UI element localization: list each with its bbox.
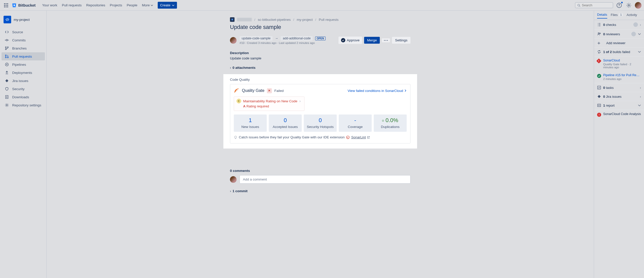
jira-icon bbox=[5, 78, 9, 83]
sidebar-item-source[interactable]: Source bbox=[2, 28, 45, 36]
attachments-toggle[interactable]: › 0 attachments bbox=[230, 66, 410, 70]
svg-rect-35 bbox=[598, 86, 601, 89]
branch-icon bbox=[5, 46, 9, 51]
bitbucket-icon bbox=[12, 3, 17, 8]
checks-row[interactable]: 0 checks › bbox=[594, 20, 644, 29]
app-switcher-icon[interactable] bbox=[3, 2, 10, 9]
metric-accepted-issues[interactable]: 0Accepted Issues bbox=[269, 115, 302, 132]
chevron-down-icon bbox=[172, 4, 174, 7]
svg-rect-1 bbox=[6, 3, 7, 4]
tab-details[interactable]: Details bbox=[597, 13, 607, 19]
comment-input[interactable]: Add a comment bbox=[240, 175, 410, 184]
placeholder-avatar bbox=[631, 32, 636, 36]
condition-name: Maintainability Rating on New Code bbox=[243, 99, 297, 103]
svg-point-22 bbox=[7, 57, 8, 58]
chevron-right-icon: › bbox=[640, 23, 641, 27]
settings-icon[interactable] bbox=[625, 2, 632, 9]
sidebar-item-commits[interactable]: Commits bbox=[2, 36, 45, 44]
sidebar-item-deployments[interactable]: Deployments bbox=[2, 69, 45, 77]
svg-rect-4 bbox=[6, 5, 7, 6]
deploy-icon bbox=[5, 70, 9, 75]
sidebar-item-downloads[interactable]: Downloads bbox=[2, 93, 45, 101]
metric-security-hotspots[interactable]: 0Security Hotspots bbox=[304, 115, 337, 132]
chevron-down-icon bbox=[638, 50, 641, 53]
view-conditions-link[interactable]: View failed conditions in SonarCloud bbox=[348, 89, 407, 93]
workspace-name-redacted bbox=[237, 18, 252, 21]
target-branch-chip[interactable]: add-additional-code bbox=[281, 36, 313, 41]
required-text: Rating required bbox=[246, 104, 269, 108]
nav-pull-requests[interactable]: Pull requests bbox=[62, 3, 82, 7]
metric-new-issues[interactable]: 1New Issues bbox=[234, 115, 267, 132]
metric-duplications[interactable]: 0.0%Duplications bbox=[374, 115, 407, 132]
chevron-right-icon: › bbox=[230, 189, 231, 193]
grade-badge: C bbox=[237, 99, 241, 103]
add-reviewer-row[interactable]: Add reviewer bbox=[594, 39, 644, 47]
metric-coverage[interactable]: -Coverage bbox=[339, 115, 372, 132]
more-actions-button[interactable] bbox=[382, 38, 390, 42]
svg-point-24 bbox=[6, 64, 7, 65]
check-circle-icon bbox=[341, 38, 345, 42]
tasks-row[interactable]: 0 tasks › bbox=[594, 83, 644, 92]
failed-condition-card[interactable]: C Maintainability Rating on New Code › A… bbox=[234, 96, 305, 111]
commits-toggle[interactable]: › 1 commit bbox=[230, 189, 410, 193]
sidebar-item-pull-requests[interactable]: Pull requests bbox=[2, 52, 45, 60]
jira-row[interactable]: 0 Jira issues › bbox=[594, 92, 644, 101]
sidebar-item-security[interactable]: Security bbox=[2, 85, 45, 93]
commenter-avatar[interactable] bbox=[230, 176, 237, 183]
svg-point-17 bbox=[5, 47, 6, 48]
tab-files[interactable]: Files 1 bbox=[611, 13, 623, 18]
pr-icon bbox=[5, 54, 9, 59]
search-icon bbox=[577, 4, 580, 7]
sonar-icon bbox=[234, 88, 239, 93]
sidebar-item-branches[interactable]: Branches bbox=[2, 44, 45, 52]
code-icon bbox=[5, 30, 9, 34]
project-chip[interactable]: my-project bbox=[2, 14, 45, 25]
quality-gate-card: Quality Gate ✕ Failed View failed condit… bbox=[230, 84, 410, 143]
pr-state-badge: OPEN bbox=[315, 37, 325, 40]
product-logo[interactable]: Bitbucket bbox=[12, 3, 35, 8]
tab-activity[interactable]: Activity bbox=[627, 13, 637, 18]
fail-diamond-icon: ! bbox=[596, 58, 601, 63]
svg-point-30 bbox=[387, 40, 388, 41]
reviewers-row[interactable]: 0 reviewers bbox=[594, 29, 644, 39]
merge-button[interactable]: Merge bbox=[364, 37, 380, 44]
source-branch-chip[interactable]: update-code-sample bbox=[240, 36, 273, 41]
bc-section[interactable]: Pull requests bbox=[319, 18, 338, 22]
placeholder-avatar bbox=[633, 22, 638, 27]
jira-icon bbox=[597, 94, 601, 99]
author-avatar[interactable] bbox=[230, 37, 237, 44]
build-item-fail[interactable]: ! SonarCloud Quality Gate failed · 2 min… bbox=[594, 56, 644, 71]
pr-settings-button[interactable]: Settings bbox=[392, 37, 410, 44]
create-button[interactable]: Create bbox=[158, 2, 177, 9]
approve-button[interactable]: Approve bbox=[338, 37, 362, 44]
search-field[interactable] bbox=[582, 3, 611, 7]
reports-row[interactable]: 1 report bbox=[594, 101, 644, 110]
bc-project[interactable]: my-project bbox=[297, 18, 313, 22]
svg-rect-2 bbox=[7, 3, 8, 4]
sidebar-item-jira-issues[interactable]: Jira issues bbox=[2, 77, 45, 85]
builds-row[interactable]: 1 of 2 builds failed bbox=[594, 47, 644, 56]
svg-point-13 bbox=[628, 5, 630, 6]
build-item-pass[interactable]: Pipeline #15 for Pull Request #... 2 min… bbox=[594, 71, 644, 83]
sonarlint-link[interactable]: SonarLint bbox=[351, 135, 370, 139]
code-quality-heading: Code Quality bbox=[230, 78, 410, 81]
help-icon[interactable]: ? bbox=[616, 2, 623, 9]
nav-projects[interactable]: Projects bbox=[110, 3, 122, 7]
nav-more[interactable]: More bbox=[142, 3, 153, 7]
description-body: Update code sample bbox=[230, 56, 410, 60]
bc-repo[interactable]: sc-bitbucket-pipelines bbox=[258, 18, 291, 22]
required-grade: A bbox=[243, 104, 245, 108]
report-item[interactable]: ! SonarCloud Code Analysis bbox=[594, 110, 644, 120]
nav-repositories[interactable]: Repositories bbox=[86, 3, 105, 7]
chevron-right-icon: › bbox=[299, 99, 301, 103]
chevron-down-icon bbox=[638, 104, 641, 107]
nav-people[interactable]: People bbox=[127, 3, 137, 7]
svg-point-28 bbox=[384, 40, 385, 41]
sidebar-item-repository-settings[interactable]: Repository settings bbox=[2, 101, 45, 109]
sidebar-item-pipelines[interactable]: Pipelines bbox=[2, 60, 45, 69]
chevron-down-icon bbox=[151, 4, 153, 7]
search-input[interactable] bbox=[575, 2, 613, 8]
nav-your-work[interactable]: Your work bbox=[42, 3, 57, 7]
user-avatar[interactable] bbox=[635, 2, 641, 9]
svg-text:?: ? bbox=[618, 4, 620, 7]
